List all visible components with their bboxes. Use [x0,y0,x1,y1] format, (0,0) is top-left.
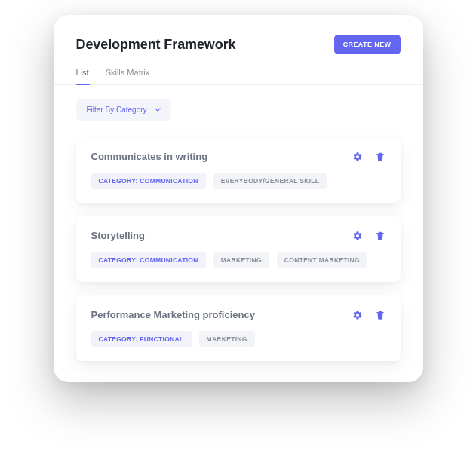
page-title: Development Framework [76,37,236,53]
skill-actions [352,310,385,320]
create-new-button[interactable]: CREATE NEW [334,35,401,54]
tag: EVERYBODY/GENERAL SKILL [213,173,327,189]
trash-icon[interactable] [375,310,385,320]
skill-cards: Communicates in writingCATEGORY: COMMUNI… [76,137,401,361]
gear-icon[interactable] [352,231,363,241]
skill-card: StorytellingCATEGORY: COMMUNICATIONMARKE… [76,216,401,282]
trash-icon[interactable] [375,231,385,241]
gear-icon[interactable] [352,310,363,320]
trash-icon[interactable] [375,151,385,162]
header-row: Development Framework CREATE NEW [76,35,401,54]
tag: MARKETING [213,252,269,268]
skill-actions [352,151,385,162]
skill-card-head: Performance Marketing proficiency [91,309,385,320]
tag: CONTENT MARKETING [277,252,367,268]
divider [54,84,423,85]
category-tag: CATEGORY: FUNCTIONAL [91,331,192,347]
skill-card: Communicates in writingCATEGORY: COMMUNI… [76,137,401,203]
tab-skills-matrix[interactable]: Skills Matrix [106,68,150,84]
tab-list[interactable]: List [76,68,89,84]
skill-card: Performance Marketing proficiencyCATEGOR… [76,295,401,361]
tag-row: CATEGORY: FUNCTIONALMARKETING [91,331,385,347]
filter-row: Filter By Category [76,99,401,121]
tag-row: CATEGORY: COMMUNICATIONMARKETINGCONTENT … [91,252,385,268]
content: Filter By Category Communicates in writi… [54,99,423,361]
chevron-down-icon [155,107,161,113]
skill-card-head: Communicates in writing [91,151,385,162]
gear-icon[interactable] [352,151,363,162]
skill-title: Storytelling [91,230,146,241]
skill-title: Performance Marketing proficiency [91,309,255,320]
skill-card-head: Storytelling [91,230,385,241]
panel: Development Framework CREATE NEW ListSki… [54,15,423,382]
skill-title: Communicates in writing [91,151,208,162]
category-tag: CATEGORY: COMMUNICATION [91,252,206,268]
category-tag: CATEGORY: COMMUNICATION [91,173,206,189]
panel-header: Development Framework CREATE NEW ListSki… [54,35,423,84]
tag-row: CATEGORY: COMMUNICATIONEVERYBODY/GENERAL… [91,173,385,189]
filter-label: Filter By Category [87,106,147,114]
filter-by-category-button[interactable]: Filter By Category [76,99,171,121]
tag: MARKETING [199,331,255,347]
tabs: ListSkills Matrix [76,68,401,84]
skill-actions [352,231,385,241]
